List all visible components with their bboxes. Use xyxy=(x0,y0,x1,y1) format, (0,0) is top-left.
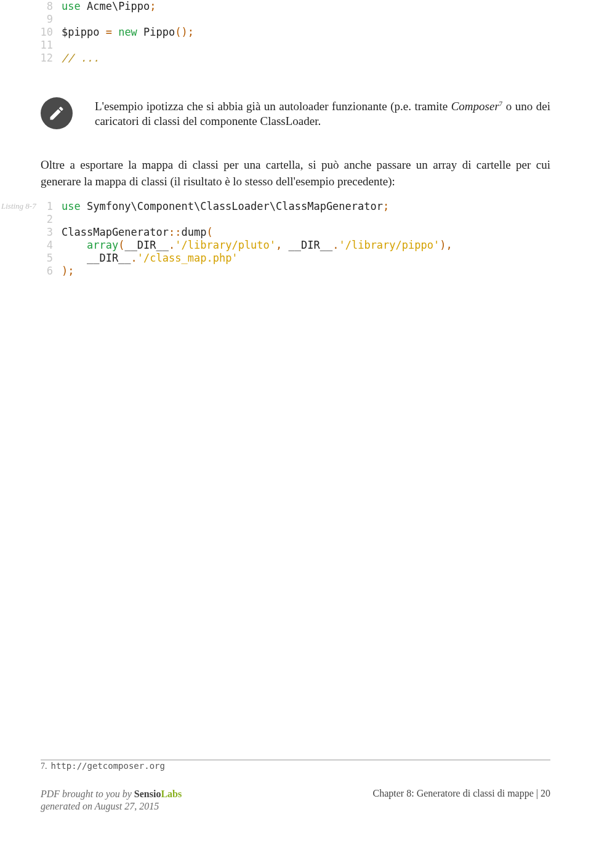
footnote: 7.http://getcomposer.org xyxy=(41,761,165,771)
code-line: 10$pippo = new Pippo(); xyxy=(34,26,194,39)
line-number: 5 xyxy=(34,252,62,265)
listing-label: Listing 8-7 xyxy=(1,201,36,211)
code-line: 4 array(__DIR__.'/library/pluto', __DIR_… xyxy=(34,239,452,252)
code-content: ); xyxy=(62,265,452,278)
note-text: L'esempio ipotizza che si abbia già un a… xyxy=(95,96,550,129)
code-line: 8use Acme\Pippo; xyxy=(34,0,194,13)
line-number: 12 xyxy=(34,52,62,65)
code-line: 2 xyxy=(34,213,452,226)
footer-left: PDF brought to you by SensioLabs generat… xyxy=(41,788,182,813)
footer-pdf-line: PDF brought to you by xyxy=(41,789,134,799)
code-line: 6); xyxy=(34,265,452,278)
line-number: 6 xyxy=(34,265,62,278)
code-content: use Acme\Pippo; xyxy=(62,0,194,13)
code-content: ClassMapGenerator::dump( xyxy=(62,226,452,239)
code-line: 3ClassMapGenerator::dump( xyxy=(34,226,452,239)
footer-brand-b: Labs xyxy=(161,789,182,799)
footer-right: Chapter 8: Generatore di classi di mappe… xyxy=(373,788,550,799)
code-content xyxy=(62,13,194,26)
note-composer: Composer xyxy=(451,100,499,113)
paragraph-main: Oltre a esportare la mappa di classi per… xyxy=(41,156,550,190)
code-block-1: 8use Acme\Pippo;910$pippo = new Pippo();… xyxy=(34,0,194,65)
code-block-2: 1use Symfony\Component\ClassLoader\Class… xyxy=(34,200,452,278)
footnote-rule xyxy=(41,760,550,760)
note-text-before: L'esempio ipotizza che si abbia già un a… xyxy=(95,100,451,113)
footer-brand-a: Sensio xyxy=(134,789,161,799)
code-content: use Symfony\Component\ClassLoader\ClassM… xyxy=(62,200,452,213)
code-line: 5 __DIR__.'/class_map.php' xyxy=(34,252,452,265)
code-line: 12// ... xyxy=(34,52,194,65)
line-number: 10 xyxy=(34,26,62,39)
footnote-number: 7. xyxy=(41,762,47,771)
code-content: __DIR__.'/class_map.php' xyxy=(62,252,452,265)
line-number: 9 xyxy=(34,13,62,26)
code-content: // ... xyxy=(62,52,194,65)
code-content: $pippo = new Pippo(); xyxy=(62,26,194,39)
code-content: array(__DIR__.'/library/pluto', __DIR__.… xyxy=(62,239,452,252)
pencil-icon xyxy=(41,97,73,129)
code-line: 9 xyxy=(34,13,194,26)
note-block: L'esempio ipotizza che si abbia già un a… xyxy=(41,96,550,129)
line-number: 11 xyxy=(34,39,62,52)
footnote-url: http://getcomposer.org xyxy=(51,761,165,771)
code-line: 11 xyxy=(34,39,194,52)
line-number: 3 xyxy=(34,226,62,239)
code-content xyxy=(62,39,194,52)
line-number: 8 xyxy=(34,0,62,13)
line-number: 4 xyxy=(34,239,62,252)
line-number: 2 xyxy=(34,213,62,226)
footer-generated: generated on August 27, 2015 xyxy=(41,801,159,811)
line-number: 1 xyxy=(34,200,62,213)
code-line: 1use Symfony\Component\ClassLoader\Class… xyxy=(34,200,452,213)
code-content xyxy=(62,213,452,226)
page: 8use Acme\Pippo;910$pippo = new Pippo();… xyxy=(0,0,591,868)
